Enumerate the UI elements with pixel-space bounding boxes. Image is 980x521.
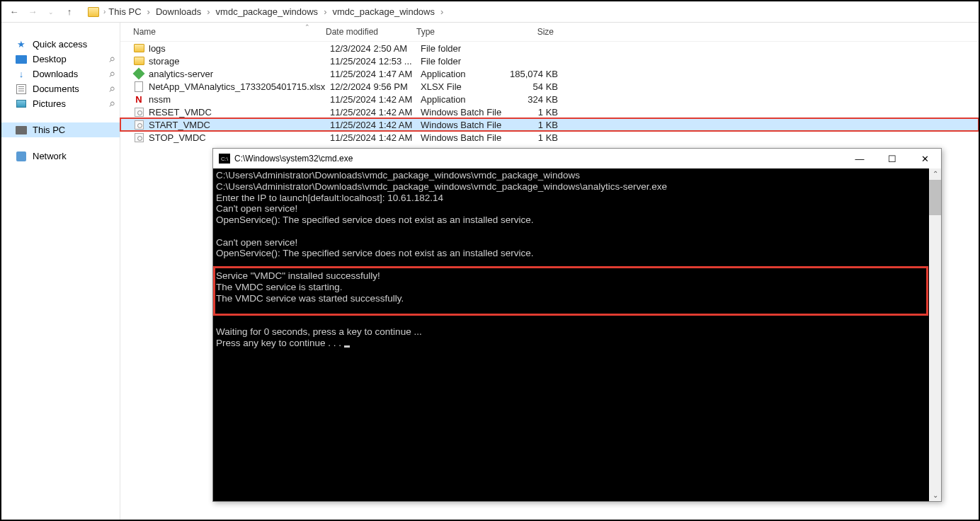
file-name: NetApp_VMAnalytics_1733205401715.xlsx	[149, 81, 330, 92]
breadcrumb-item[interactable]: vmdc_package_windows	[329, 5, 438, 18]
cmd-window: C:\ C:\Windows\system32\cmd.exe — ☐ ✕ C:…	[212, 148, 942, 502]
chevron-right-icon[interactable]: ›	[146, 6, 152, 17]
file-name: logs	[149, 43, 330, 54]
pin-icon: ⚲	[107, 84, 116, 93]
bat-icon	[133, 119, 144, 130]
cmd-line	[216, 315, 938, 326]
chevron-right-icon[interactable]: ›	[205, 6, 211, 17]
download-icon: ↓	[16, 69, 27, 79]
bat-icon	[133, 106, 144, 118]
recent-dropdown[interactable]: ⌄	[44, 5, 58, 19]
bat-icon	[133, 132, 144, 143]
file-size: 324 KB	[508, 94, 565, 105]
file-date: 11/25/2024 1:42 AM	[330, 132, 421, 143]
chevron-right-icon[interactable]: ›	[322, 6, 328, 17]
navigation-sidebar: ★ Quick access Desktop ⚲ ↓ Downloads ⚲ D…	[1, 23, 120, 520]
pin-icon: ⚲	[107, 99, 116, 108]
pc-icon	[16, 125, 27, 135]
file-row[interactable]: START_VMDC11/25/2024 1:42 AMWindows Batc…	[120, 118, 979, 131]
scrollbar[interactable]: ⌃⌄	[929, 168, 941, 501]
sort-indicator-icon: ⌃	[304, 23, 310, 30]
file-size: 185,074 KB	[508, 69, 565, 79]
sidebar-documents[interactable]: Documents ⚲	[1, 81, 120, 96]
scroll-up-icon[interactable]: ⌃	[929, 168, 941, 180]
file-row[interactable]: analytics-server11/25/2024 1:47 AMApplic…	[120, 67, 979, 80]
close-button[interactable]: ✕	[908, 149, 941, 168]
cmd-title-text: C:\Windows\system32\cmd.exe	[234, 154, 353, 164]
pin-icon: ⚲	[107, 55, 116, 64]
file-date: 11/25/2024 1:42 AM	[330, 107, 421, 118]
n-icon: N	[133, 93, 144, 105]
breadcrumb-item[interactable]: vmdc_package_windows	[213, 5, 321, 18]
back-button[interactable]: ←	[7, 5, 21, 19]
file-row[interactable]: STOP_VMDC11/25/2024 1:42 AMWindows Batch…	[120, 131, 979, 144]
cmd-titlebar[interactable]: C:\ C:\Windows\system32\cmd.exe — ☐ ✕	[213, 149, 941, 168]
cmd-output[interactable]: C:\Users\Administrator\Downloads\vmdc_pa…	[213, 168, 941, 501]
file-date: 11/25/2024 1:42 AM	[330, 120, 421, 130]
file-date: 12/3/2024 2:50 AM	[330, 43, 421, 54]
explorer-toolbar: ← → ⌄ ↑ › This PC › Downloads › vmdc_pac…	[1, 1, 979, 23]
doc-icon	[133, 81, 144, 92]
cmd-line	[216, 226, 938, 237]
sidebar-network[interactable]: Network	[1, 149, 120, 164]
column-headers: Name ⌃ Date modified Type Size	[120, 23, 979, 42]
app-icon	[133, 68, 144, 79]
file-date: 11/25/2024 1:47 AM	[330, 69, 421, 79]
sidebar-label: This PC	[33, 125, 65, 135]
file-type: Windows Batch File	[421, 132, 508, 143]
file-row[interactable]: Nnssm11/25/2024 1:42 AMApplication324 KB	[120, 93, 979, 105]
sidebar-label: Desktop	[33, 54, 67, 64]
column-date[interactable]: Date modified	[326, 27, 416, 37]
sidebar-label: Pictures	[33, 98, 66, 109]
sidebar-this-pc[interactable]: This PC	[1, 122, 120, 137]
file-type: File folder	[421, 56, 508, 67]
cmd-line: OpenService(): The specified service doe…	[216, 214, 938, 226]
cmd-line	[216, 304, 938, 315]
desktop-icon	[16, 55, 27, 64]
file-row[interactable]: logs12/3/2024 2:50 AMFile folder	[120, 42, 979, 55]
network-icon	[16, 151, 27, 161]
cmd-line: Can't open service!	[216, 203, 938, 214]
cmd-line: C:\Users\Administrator\Downloads\vmdc_pa…	[216, 170, 938, 181]
file-type: Application	[421, 69, 508, 79]
file-row[interactable]: RESET_VMDC11/25/2024 1:42 AMWindows Batc…	[120, 105, 979, 118]
file-type: File folder	[421, 43, 508, 54]
file-name: RESET_VMDC	[149, 107, 330, 118]
cmd-line: The VMDC service is starting.	[216, 282, 938, 293]
breadcrumb-item[interactable]: This PC	[106, 5, 144, 18]
sidebar-quick-access[interactable]: ★ Quick access	[1, 37, 120, 52]
cmd-icon: C:\	[219, 154, 230, 164]
chevron-right-icon[interactable]: ›	[439, 6, 445, 17]
scrollbar-thumb[interactable]	[929, 180, 941, 215]
file-name: storage	[149, 56, 330, 67]
breadcrumb: This PC › Downloads › vmdc_package_windo…	[106, 5, 445, 18]
sidebar-downloads[interactable]: ↓ Downloads ⚲	[1, 67, 120, 81]
file-date: 12/2/2024 9:56 PM	[330, 81, 421, 92]
file-date: 11/25/2024 12:53 ...	[330, 56, 421, 67]
forward-button[interactable]: →	[25, 5, 40, 19]
folder-icon	[133, 42, 144, 54]
up-button[interactable]: ↑	[62, 5, 76, 19]
maximize-button[interactable]: ☐	[876, 149, 908, 168]
pictures-icon	[16, 99, 27, 109]
sidebar-pictures[interactable]: Pictures ⚲	[1, 96, 120, 111]
file-type: Application	[421, 94, 508, 105]
sidebar-label: Network	[33, 151, 67, 161]
documents-icon	[16, 84, 27, 94]
file-row[interactable]: storage11/25/2024 12:53 ...File folder	[120, 55, 979, 67]
pin-icon: ⚲	[107, 69, 116, 79]
file-name: nssm	[149, 94, 330, 105]
file-date: 11/25/2024 1:42 AM	[330, 94, 421, 105]
column-name[interactable]: Name	[133, 27, 326, 37]
minimize-button[interactable]: —	[843, 149, 876, 168]
breadcrumb-item[interactable]: Downloads	[153, 5, 204, 18]
file-size: 1 KB	[508, 120, 565, 130]
file-row[interactable]: NetApp_VMAnalytics_1733205401715.xlsx12/…	[120, 80, 979, 93]
file-type: XLSX File	[421, 81, 508, 92]
file-type: Windows Batch File	[421, 107, 508, 118]
column-type[interactable]: Type	[416, 27, 504, 37]
column-size[interactable]: Size	[504, 27, 561, 37]
sidebar-desktop[interactable]: Desktop ⚲	[1, 52, 120, 67]
scroll-down-icon[interactable]: ⌄	[929, 490, 941, 501]
sidebar-label: Quick access	[33, 39, 87, 50]
